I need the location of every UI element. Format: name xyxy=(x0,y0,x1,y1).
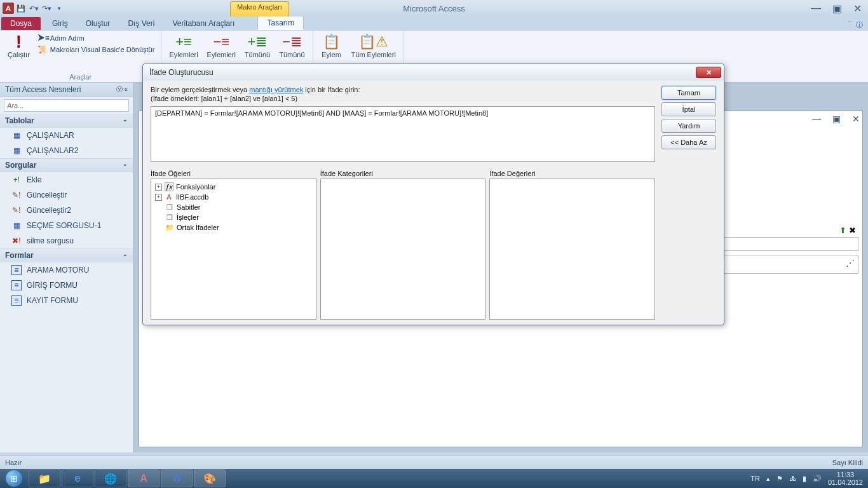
tab-database-tools[interactable]: Veritabanı Araçları xyxy=(163,17,243,30)
qat-dropdown-icon[interactable]: ▼ xyxy=(53,3,65,14)
catalog-icon: 📋 xyxy=(323,34,340,50)
tab-file[interactable]: Dosya xyxy=(1,17,41,30)
ribbon-minimize-icon[interactable]: ˇ xyxy=(848,20,851,30)
ribbon-tabs: Dosya Giriş Oluştur Dış Veri Veritabanı … xyxy=(0,17,868,30)
tab-home[interactable]: Giriş xyxy=(43,17,77,30)
form-item[interactable]: ≡KAYIT FORMU xyxy=(0,293,133,308)
categories-list[interactable] xyxy=(320,179,486,320)
collapse-all-icon: −≣ xyxy=(282,34,302,50)
access-logo-icon[interactable]: A xyxy=(3,3,14,14)
chevron-down-icon: ⓥ « xyxy=(116,85,128,94)
less-button[interactable]: << Daha Az xyxy=(661,135,716,149)
table-icon: ▦ xyxy=(11,130,22,140)
expression-textarea[interactable]: [DEPARTMAN] = Formlar![ARAMA MOTORU]![Me… xyxy=(151,106,655,162)
constants-icon: ❐ xyxy=(165,203,174,212)
query-item[interactable]: ✎!Güncelleştir xyxy=(0,187,133,203)
taskbar-paint[interactable]: 🎨 xyxy=(194,470,226,487)
mdi-minimize-icon[interactable]: ― xyxy=(812,114,821,124)
cancel-button[interactable]: İptal xyxy=(661,102,716,116)
search-input[interactable] xyxy=(4,99,129,112)
step-label: Adım Adım xyxy=(50,34,85,42)
taskbar-ie[interactable]: e xyxy=(62,470,93,487)
mdi-close-icon[interactable]: ✕ xyxy=(852,114,860,124)
query-item[interactable]: ✎!Güncelleştir2 xyxy=(0,203,133,218)
minimize-icon[interactable]: ― xyxy=(811,3,821,15)
group-forms[interactable]: Formlar⌄ xyxy=(0,248,133,262)
help-button[interactable]: Yardım xyxy=(661,119,716,133)
action-catalog-button[interactable]: 📋Eylem xyxy=(318,33,345,60)
close-icon[interactable]: ✕ xyxy=(853,3,862,15)
navpane-header[interactable]: Tüm Access Nesneleri ⓥ « xyxy=(0,83,133,97)
expand-all-icon: +≣ xyxy=(248,34,268,50)
minus-rows-icon: −≡ xyxy=(213,34,229,50)
values-label: İfade Değerleri xyxy=(489,168,655,179)
system-tray: TR ▴ ⚑ 🖧 ▮ 🔊 11:33 01.04.2012 xyxy=(745,471,868,486)
delete-icon[interactable]: ✖ xyxy=(849,226,856,235)
taskbar-access[interactable]: A xyxy=(128,470,159,487)
form-item[interactable]: ≡GİRİŞ FORMU xyxy=(0,278,133,293)
clock[interactable]: 11:33 01.04.2012 xyxy=(828,471,863,486)
status-numlock: Sayı Kilidi xyxy=(832,459,863,466)
save-icon[interactable]: 💾 xyxy=(15,3,27,14)
expand-all-button[interactable]: +≣Tümünü xyxy=(242,33,273,60)
tab-create[interactable]: Oluştur xyxy=(77,17,119,30)
all-actions-label: Tüm Eylemleri xyxy=(351,51,396,58)
values-list[interactable] xyxy=(489,179,655,320)
elements-label: İfade Öğeleri xyxy=(151,168,316,179)
context-tab-macro-tools: Makro Araçları xyxy=(230,1,289,17)
redo-icon[interactable]: ↷▾ xyxy=(41,3,52,14)
battery-icon[interactable]: ▮ xyxy=(803,475,806,483)
ok-button[interactable]: Tamam xyxy=(661,86,716,100)
single-step-button[interactable]: ⮞≡Adım Adım xyxy=(36,33,156,43)
expand-actions-button[interactable]: +≡Eylemleri xyxy=(166,33,200,60)
title-bar: A 💾 ↶▾ ↷▾ ▼ Makro Araçları Microsoft Acc… xyxy=(0,0,868,17)
start-button[interactable]: ⊞ xyxy=(0,469,28,488)
navigation-pane: Tüm Access Nesneleri ⓥ « Tablolar⌄ ▦ÇALI… xyxy=(0,83,133,452)
browse-icon[interactable]: ⋰ xyxy=(846,258,854,268)
append-query-icon: +! xyxy=(11,175,22,185)
dialog-example: (İfade örnekleri: [alan1] + [alan2] ve [… xyxy=(151,95,655,102)
elements-tree[interactable]: +ƒxFonksiyonlar +AIIBF.accdb ❐Sabitler ❐… xyxy=(151,179,316,320)
taskbar-chrome[interactable]: 🌐 xyxy=(95,470,126,487)
collapse-all-button[interactable]: −≣Tümünü xyxy=(276,33,307,60)
table-item[interactable]: ▦ÇALIŞANLAR xyxy=(0,128,133,143)
tab-external-data[interactable]: Dış Veri xyxy=(119,17,163,30)
dialog-close-button[interactable]: ✕ xyxy=(696,67,721,78)
logic-link[interactable]: mantığı yürütmek xyxy=(249,86,303,93)
windows-taskbar: ⊞ 📁 e 🌐 A W 🎨 TR ▴ ⚑ 🖧 ▮ 🔊 11:33 01.04.2… xyxy=(0,469,868,488)
actions-add-label: Eylemleri xyxy=(169,51,198,58)
convert-vb-button[interactable]: 📜Makroları Visual Basic'e Dönüştür xyxy=(36,44,156,55)
all-actions-icon: 📋⚠ xyxy=(358,34,388,50)
flag-icon[interactable]: ⚑ xyxy=(776,475,783,483)
show-all-actions-button[interactable]: 📋⚠Tüm Eylemleri xyxy=(349,33,398,60)
query-item[interactable]: ✖!silme sorgusu xyxy=(0,233,133,248)
query-item[interactable]: +!Ekle xyxy=(0,172,133,187)
operators-icon: ❐ xyxy=(165,213,174,222)
undo-icon[interactable]: ↶▾ xyxy=(28,3,39,14)
run-button[interactable]: ! Çalıştır xyxy=(5,33,32,60)
taskbar-explorer[interactable]: 📁 xyxy=(29,470,60,487)
form-item[interactable]: ≡ARAMA MOTORU xyxy=(0,262,133,278)
status-bar: Hazır Sayı Kilidi xyxy=(0,455,868,469)
group-tables[interactable]: Tablolar⌄ xyxy=(0,114,133,128)
tray-up-icon[interactable]: ▴ xyxy=(766,475,770,483)
group-queries[interactable]: Sorgular⌄ xyxy=(0,158,133,172)
expand-icon[interactable]: + xyxy=(155,194,162,201)
run-icon: ! xyxy=(16,34,22,50)
table-item[interactable]: ▦ÇALIŞANLAR2 xyxy=(0,143,133,158)
mdi-restore-icon[interactable]: ▣ xyxy=(832,114,841,124)
move-up-icon[interactable]: ⬆ xyxy=(839,226,846,235)
expand-icon[interactable]: + xyxy=(155,184,162,191)
dialog-titlebar[interactable]: İfade Oluşturucusu ✕ xyxy=(143,64,724,81)
run-label: Çalıştır xyxy=(8,51,30,58)
taskbar-word[interactable]: W xyxy=(161,470,193,487)
actions-del-label: Eylemleri xyxy=(207,51,236,58)
tab-design[interactable]: Tasarım xyxy=(257,16,304,30)
volume-icon[interactable]: 🔊 xyxy=(813,475,822,483)
help-icon[interactable]: ⓘ xyxy=(856,20,863,30)
query-item[interactable]: ▦SEÇME SORGUSU-1 xyxy=(0,218,133,233)
restore-icon[interactable]: ▣ xyxy=(832,3,842,15)
network-icon[interactable]: 🖧 xyxy=(789,475,796,482)
lang-indicator[interactable]: TR xyxy=(750,475,760,482)
collapse-actions-button[interactable]: −≡Eylemleri xyxy=(205,33,238,60)
